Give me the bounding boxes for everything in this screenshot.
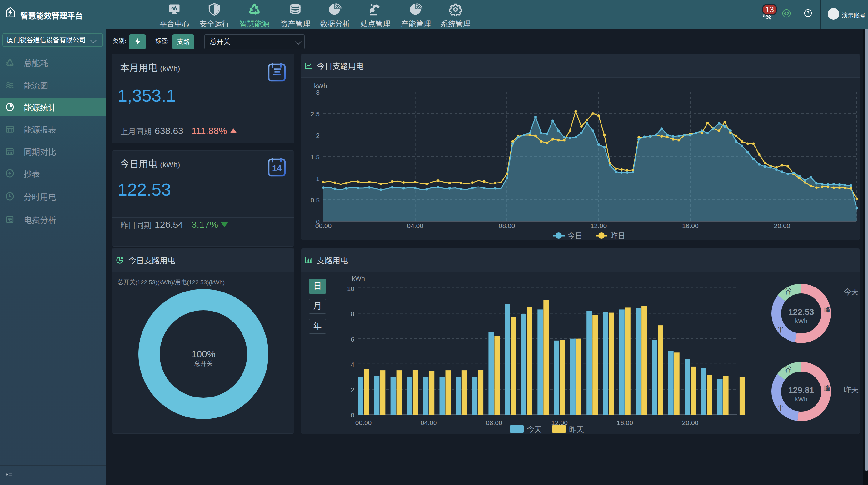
svg-text:16:00: 16:00 [682, 222, 699, 230]
svg-text:16:00: 16:00 [617, 419, 633, 426]
svg-text:平: 平 [777, 326, 784, 333]
svg-text:今天: 今天 [844, 286, 859, 297]
svg-text:2: 2 [350, 386, 354, 393]
svg-text:昨天: 昨天 [844, 384, 859, 395]
svg-text:kWh: kWh [795, 317, 807, 324]
svg-text:122.53: 122.53 [788, 307, 814, 317]
svg-text:2: 2 [316, 132, 320, 139]
svg-text:08:00: 08:00 [486, 419, 502, 426]
svg-text:峰: 峰 [823, 384, 830, 392]
svg-text:kWh: kWh [352, 275, 365, 282]
svg-text:00:00: 00:00 [355, 419, 372, 426]
svg-text:04:00: 04:00 [407, 222, 423, 230]
svg-text:20:00: 20:00 [774, 222, 790, 230]
svg-text:昨日: 昨日 [610, 232, 625, 240]
svg-text:昨天: 昨天 [569, 425, 584, 434]
svg-text:12:00: 12:00 [591, 222, 607, 230]
svg-text:谷: 谷 [784, 287, 792, 295]
svg-text:峰: 峰 [823, 306, 830, 314]
svg-text:04:00: 04:00 [421, 419, 437, 426]
svg-text:平: 平 [777, 404, 784, 412]
svg-text:kWh: kWh [314, 82, 327, 89]
svg-text:今天: 今天 [527, 425, 542, 434]
svg-text:2.5: 2.5 [311, 110, 320, 118]
svg-text:6: 6 [350, 336, 354, 343]
svg-text:总开关: 总开关 [194, 359, 213, 368]
svg-text:14: 14 [272, 164, 281, 173]
svg-text:0: 0 [350, 412, 354, 419]
svg-text:0.5: 0.5 [311, 196, 320, 204]
svg-text:1.5: 1.5 [311, 153, 320, 161]
svg-text:4: 4 [350, 361, 354, 368]
svg-text:10: 10 [347, 285, 354, 292]
svg-text:1: 1 [316, 175, 320, 182]
svg-text:100%: 100% [191, 349, 216, 359]
svg-text:12:00: 12:00 [551, 419, 568, 426]
svg-text:8: 8 [350, 310, 354, 317]
svg-text:今日: 今日 [567, 232, 582, 240]
svg-text:3: 3 [316, 89, 320, 96]
svg-text:谷: 谷 [784, 366, 792, 373]
svg-text:08:00: 08:00 [499, 222, 515, 230]
svg-text:kWh: kWh [795, 396, 807, 402]
svg-text:00:00: 00:00 [315, 222, 332, 230]
svg-text:129.81: 129.81 [788, 386, 814, 395]
svg-text:20:00: 20:00 [682, 419, 699, 426]
